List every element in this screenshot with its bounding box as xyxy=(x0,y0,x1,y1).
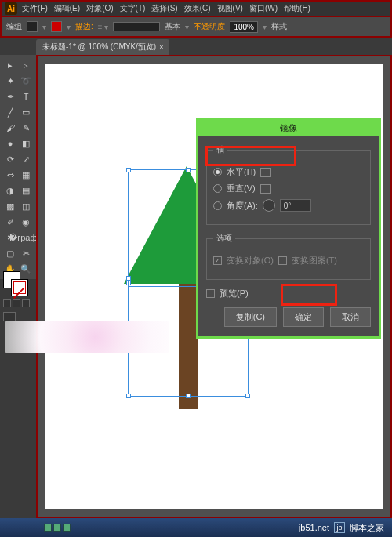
radio-horizontal[interactable] xyxy=(213,168,222,176)
close-icon[interactable]: × xyxy=(159,43,163,51)
gradient-mode-btn[interactable] xyxy=(13,299,20,307)
dialog-title: 镜像 xyxy=(198,120,379,136)
blend-tool[interactable]: ◉ xyxy=(19,215,33,229)
chk-preview[interactable] xyxy=(206,289,215,298)
width-tool[interactable]: ⇔ xyxy=(3,168,17,182)
angle-dial[interactable] xyxy=(263,199,275,212)
radio-vertical[interactable] xyxy=(213,184,222,193)
menu-object[interactable]: 对象(O) xyxy=(86,3,113,14)
preview-label: 预览(P) xyxy=(220,288,249,299)
axis-legend: 轴 xyxy=(213,144,227,155)
paintbrush-tool[interactable]: 🖌 xyxy=(3,121,17,135)
status-squares xyxy=(44,524,71,532)
ok-button[interactable]: 确定 xyxy=(283,307,324,327)
opacity-label: 不透明度 xyxy=(194,21,225,32)
app-logo: Ai xyxy=(5,2,17,15)
shape-builder-tool[interactable]: ◑ xyxy=(3,183,17,198)
menu-type[interactable]: 文字(T) xyxy=(120,3,146,14)
angle-option[interactable]: 角度(A): 0° xyxy=(213,199,364,212)
stroke-label: 描边: xyxy=(75,21,93,32)
site-logo-icon: jb xyxy=(334,522,345,533)
menu-help[interactable]: 帮助(H) xyxy=(284,3,310,14)
none-mode-btn[interactable] xyxy=(22,299,30,307)
free-transform-tool[interactable]: ▦ xyxy=(19,168,33,182)
options-legend: 选项 xyxy=(213,233,235,244)
artboard-tool[interactable]: ▢ xyxy=(3,246,17,260)
direct-selection-tool[interactable]: ▹ xyxy=(19,58,33,72)
watermark-url: jb51.net xyxy=(299,523,329,532)
axis-group: 轴 水平(H) 垂直(V) 角度(A): 0° xyxy=(206,144,371,225)
rectangle-tool[interactable]: ▭ xyxy=(19,105,33,119)
lasso-tool[interactable]: ➰ xyxy=(19,74,33,88)
radio-angle[interactable] xyxy=(213,201,222,210)
fill-swatch[interactable] xyxy=(27,21,38,32)
menu-bar: Ai 文件(F) 编辑(E) 对象(O) 文字(T) 选择(S) 效果(C) 视… xyxy=(0,0,392,17)
horizontal-icon xyxy=(260,168,271,177)
pen-tool[interactable]: ✒ xyxy=(3,89,17,103)
line-tool[interactable]: ╱ xyxy=(3,105,17,119)
fill-stroke-swatches[interactable] xyxy=(3,271,28,296)
magic-wand-tool[interactable]: ✦ xyxy=(3,74,17,88)
stroke-swatch[interactable] xyxy=(51,21,62,32)
vertical-option[interactable]: 垂直(V) xyxy=(213,183,364,194)
opacity-value[interactable]: 100% xyxy=(230,21,258,33)
screen-mode-btn[interactable] xyxy=(3,312,16,321)
menu-effect[interactable]: 效果(C) xyxy=(184,3,211,14)
document-tab-title: 未标题-1* @ 100% (CMYK/预览) xyxy=(42,42,156,53)
chk-transform-objects[interactable]: ✓ xyxy=(213,256,222,265)
gradient-tool[interactable]: ◫ xyxy=(19,199,33,213)
chk-transform-patterns[interactable] xyxy=(278,256,287,265)
horizontal-label: 水平(H) xyxy=(227,166,256,178)
eyedropper-tool[interactable]: ✐ xyxy=(3,215,17,229)
menu-edit[interactable]: 编辑(E) xyxy=(54,3,80,14)
angle-input[interactable]: 0° xyxy=(280,199,311,212)
menu-view[interactable]: 视图(V) xyxy=(217,3,243,14)
menu-file[interactable]: 文件(F) xyxy=(22,3,48,14)
transform-objects-label: 变换对象(O) xyxy=(227,255,274,267)
cancel-button[interactable]: 取消 xyxy=(330,307,371,327)
pencil-tool[interactable]: ✎ xyxy=(19,121,33,135)
stroke-preview[interactable] xyxy=(113,22,160,31)
document-tab[interactable]: 未标题-1* @ 100% (CMYK/预览) × xyxy=(36,39,169,55)
control-bar: 编组 ▾ ▾ 描边: ≡ ▾ 基本 ▾ 不透明度 100% ▾ 样式 xyxy=(0,17,392,38)
perspective-tool[interactable]: ▤ xyxy=(19,183,33,198)
rotate-tool[interactable]: ⟳ xyxy=(3,152,17,166)
toolbox: ▸ ▹ ✦ ➰ ✒ T ╱ ▭ 🖌 ✎ ● ◧ ⟳ ⤢ ⇔ ▦ ◑ ▤ ▩ ◫ … xyxy=(0,55,36,279)
blob-brush-tool[interactable]: ● xyxy=(3,136,17,151)
slice-tool[interactable]: ✂ xyxy=(19,246,33,260)
workspace: ▸ ▹ ✦ ➰ ✒ T ╱ ▭ 🖌 ✎ ● ◧ ⟳ ⤢ ⇔ ▦ ◑ ▤ ▩ ◫ … xyxy=(0,55,392,518)
stroke-color[interactable] xyxy=(11,279,28,296)
status-bar: jb51.net jb 脚本之家 xyxy=(0,518,392,537)
options-group: 选项 ✓ 变换对象(O) 变换图案(T) xyxy=(206,233,371,280)
color-swatch-panel xyxy=(3,271,33,321)
menu-window[interactable]: 窗口(W) xyxy=(249,3,278,14)
horizontal-option[interactable]: 水平(H) xyxy=(213,166,364,178)
mesh-tool[interactable]: ▩ xyxy=(3,199,17,213)
eraser-tool[interactable]: ◧ xyxy=(19,136,33,151)
transform-patterns-label: 变换图案(T) xyxy=(292,255,337,267)
mode-label: 编组 xyxy=(6,21,22,32)
vertical-icon xyxy=(260,184,271,194)
watermark-site: 脚本之家 xyxy=(350,522,384,534)
menu-select[interactable]: 选择(S) xyxy=(151,3,177,14)
angle-label: 角度(A): xyxy=(227,200,258,212)
type-tool[interactable]: T xyxy=(19,89,33,103)
scale-tool[interactable]: ⤢ xyxy=(19,152,33,166)
watermark-lens xyxy=(5,321,169,353)
graph-tool[interactable]: �графік xyxy=(19,230,33,245)
document-tab-bar: 未标题-1* @ 100% (CMYK/预览) × xyxy=(0,38,392,55)
copy-button[interactable]: 复制(C) xyxy=(224,307,277,327)
basic-label: 基本 xyxy=(165,21,180,32)
color-mode-btn[interactable] xyxy=(3,299,11,307)
reflect-dialog: 镜像 轴 水平(H) 垂直(V) 角度(A): 0° xyxy=(196,118,381,339)
style-label: 样式 xyxy=(271,21,287,32)
vertical-label: 垂直(V) xyxy=(227,183,256,194)
selection-tool[interactable]: ▸ xyxy=(3,58,17,72)
